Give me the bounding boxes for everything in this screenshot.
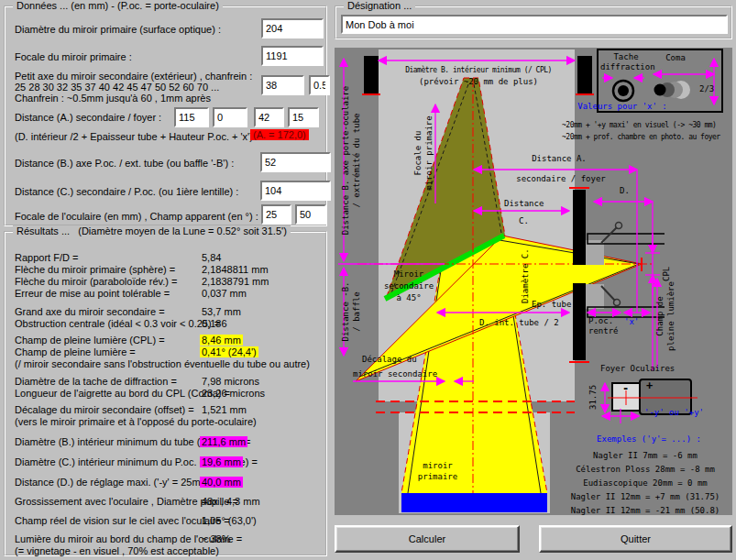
coma-fraction-label: 2/3 bbox=[699, 83, 714, 94]
poc-line1: P.oc. bbox=[588, 316, 613, 325]
result-label: Champ réel de vision sur le ciel avec l'… bbox=[15, 515, 230, 526]
distance-a-input-4[interactable] bbox=[288, 107, 319, 127]
result-value: 48x , 4,3 mm bbox=[202, 496, 260, 507]
dist-b-axe-line2: / extrémité du tube bbox=[352, 114, 361, 208]
ep-tube-label: Ep. tube bbox=[532, 299, 571, 310]
cpl-deg-value: 0,41° (24,4') bbox=[200, 346, 258, 357]
exemples-list: Nagler II 7mm = -6 mm Célestron Ploss 28… bbox=[559, 449, 731, 518]
tache-line1: Tache bbox=[613, 52, 638, 61]
exemple-item: Nagler II 7mm = -6 mm bbox=[593, 451, 698, 460]
exemples-title: Exemples ('y'= ...) : bbox=[571, 434, 727, 445]
secondary-axis-input[interactable] bbox=[261, 75, 304, 95]
result-label: Longueur de l'aigrette au bord du CPL (C… bbox=[15, 388, 230, 399]
result-value: 0,186 bbox=[202, 318, 227, 329]
result-value: 5,84 bbox=[202, 252, 221, 263]
apparent-field-input[interactable] bbox=[295, 204, 326, 225]
miroir-sec-line2: secondaire bbox=[384, 281, 434, 291]
poc-rentre-label: P.oc.rentré bbox=[588, 316, 619, 336]
valeurs-x-line1: ~20mm + '+y maxi' en visuel (-> ~30 mm) bbox=[562, 120, 716, 131]
distance-a-diagram-label-2: secondaire / foyer bbox=[511, 173, 611, 184]
primary-diameter-input[interactable] bbox=[261, 18, 324, 38]
result-value: 1,05° (63,0') bbox=[202, 515, 257, 526]
dist-mb-line1: Distance -B. bbox=[341, 281, 350, 341]
full-light-field-label: Champ depleine lumière bbox=[654, 278, 676, 355]
result-value-highlight: 8,46 mm bbox=[200, 335, 243, 346]
result-value: 0,037 mm bbox=[202, 288, 247, 299]
secondary-axis-label-1: Petit axe du miroir secondaire (extérieu… bbox=[15, 71, 252, 82]
result-label: Champ de pleine lumière (CPL) = bbox=[15, 335, 165, 346]
result-value: 23,26 microns bbox=[202, 388, 265, 399]
result-value-highlight: 211,6 mm bbox=[200, 436, 247, 447]
focale-line1: Focale du bbox=[413, 131, 423, 176]
distance-c-input[interactable] bbox=[260, 181, 331, 201]
d-int-tube-label: D. int. tube / 2 bbox=[479, 317, 559, 328]
poc-min-diameter-value: 19,6 mm bbox=[200, 456, 243, 467]
result-note: (= vignetage - en visuel , 70% est accep… bbox=[15, 545, 219, 556]
result-value: ~ 38% bbox=[202, 533, 231, 544]
distance-d-diagram-label: D. bbox=[620, 185, 630, 196]
primary-mirror-label: miroirprimaire bbox=[412, 460, 463, 482]
distance-a-input-1[interactable] bbox=[174, 107, 209, 127]
result-label: Erreur de mise au point tolérable = bbox=[15, 288, 170, 299]
group-resultats: Résultats ... (Diamètre moyen de la Lune… bbox=[4, 231, 327, 556]
secondary-axis-label-2: 25 28 30 32 35 37 40 42 45 47 50 52 60 7… bbox=[15, 82, 219, 93]
result-value: 2,1848811 mm bbox=[202, 264, 269, 275]
result-label: Flèche du miroir primaire (sphère) = bbox=[15, 264, 175, 275]
exemple-item: Célestron Ploss 28mm = -8 mm bbox=[576, 465, 715, 474]
foyer-oculaires-label: Foyer Oculaires bbox=[600, 363, 675, 374]
resultats-subtitle-text: (Diamètre moyen de la Lune = 0.52° soit … bbox=[78, 225, 287, 236]
dist-b-axe-line1: Distance B. axe porte-oculaire bbox=[341, 86, 350, 236]
valeurs-x-title: Valeurs pour 'x' : bbox=[571, 101, 674, 112]
result-label: Diamètre de la tache de diffraction = bbox=[15, 376, 177, 387]
diametre-c-label: Diamètre C. bbox=[520, 247, 531, 303]
distance-b-input[interactable] bbox=[260, 152, 331, 172]
result-label: Flèche du miroir (paraboloïde rév.) = bbox=[15, 276, 177, 287]
distance-a-input-3[interactable] bbox=[254, 107, 284, 127]
eyepiece-focal-label: Focale de l'oculaire (en mm) , Champ app… bbox=[15, 211, 258, 222]
primary-focal-label: Focale du miroir primaire : bbox=[15, 51, 132, 62]
group-designation: Désignation ... bbox=[335, 5, 732, 39]
group-donnees: Données ... (en mm) - (P.oc. = porte-ocu… bbox=[4, 5, 327, 226]
group-donnees-title: Données ... (en mm) - (P.oc. = porte-ocu… bbox=[13, 0, 223, 11]
primary-focal-input[interactable] bbox=[261, 46, 324, 66]
cpl-mm-value: 8,46 mm bbox=[200, 335, 243, 346]
poc-line2: rentré bbox=[588, 326, 619, 335]
distance-a-input-2[interactable] bbox=[213, 107, 247, 127]
result-label: Rapport F/D = bbox=[15, 252, 78, 263]
group-resultats-title: Résultats ... (Diamètre moyen de la Lune… bbox=[13, 225, 291, 236]
dist-mb-line2: / baffle bbox=[352, 291, 361, 331]
offset-label-2: miroir secondaire bbox=[353, 368, 437, 379]
miroir-sec-line1: Miroir bbox=[394, 269, 424, 279]
exemple-item: Nagler II 12mm = -21 mm (50.8) bbox=[571, 506, 720, 515]
exemple-item: Nagler II 12mm = +7 mm (31.75) bbox=[571, 492, 720, 501]
distance-b-label: Distance (B.) axe P.oc. / ext. tube (ou … bbox=[15, 158, 234, 169]
telescope-diagram: Diamètre B. intérieur minimum (/ CPL) (p… bbox=[335, 48, 732, 515]
minus-eyepiece-icon: - bbox=[622, 383, 629, 394]
miroir-sec-line3: à 45° bbox=[396, 293, 421, 302]
result-value: 1,521 mm bbox=[202, 404, 247, 415]
designation-input[interactable] bbox=[341, 15, 728, 34]
miroir-prim-line2: primaire bbox=[418, 472, 457, 481]
distance-minus-b-label: Distance -B./ baffle bbox=[340, 270, 362, 353]
miroir-prim-line1: miroir bbox=[423, 461, 453, 470]
app-window: Données ... (en mm) - (P.oc. = porte-ocu… bbox=[0, 0, 736, 560]
distance-a-alert-badge: (A. = 172,0) bbox=[250, 129, 309, 140]
result-label: Distance (D.) de réglage maxi. ('-y' = 2… bbox=[15, 477, 221, 488]
quitter-button[interactable]: Quitter bbox=[539, 525, 732, 553]
tube-min-diameter-label-2: (prévoir ~20 mm de plus) bbox=[391, 76, 566, 87]
result-value-highlight: 40,0 mm bbox=[200, 477, 243, 488]
secondary-axis-label-3: Chanfrein : ~0.5mm jusqu'à 60 , 1mm aprè… bbox=[15, 93, 211, 104]
calculer-button[interactable]: Calculer bbox=[335, 525, 520, 553]
tube-min-diameter-value: 211,6 mm bbox=[200, 436, 247, 447]
distance-a-label: Distance (A.) secondaire / foyer : bbox=[15, 112, 161, 123]
result-note: (/ miroir secondaire sans l'obstruction … bbox=[15, 358, 310, 369]
barrel-size-label: 31.75 bbox=[588, 379, 599, 410]
valeurs-x-line2: ~20mm + prof. chambre en photo. au foyer bbox=[562, 132, 720, 143]
secondary-mirror-label: Miroirsecondaireà 45° bbox=[376, 269, 442, 304]
eyepiece-focal-input[interactable] bbox=[261, 204, 291, 225]
chamfer-input[interactable] bbox=[309, 75, 330, 95]
distance-a-sub-label: (D. intérieur /2 + Epaisseur tube + Haut… bbox=[15, 131, 253, 142]
result-value-highlight: 0,41° (24,4') bbox=[200, 346, 258, 357]
result-label: Champ de pleine lumière = bbox=[15, 346, 136, 357]
focale-line2: miroir primaire bbox=[424, 115, 434, 190]
